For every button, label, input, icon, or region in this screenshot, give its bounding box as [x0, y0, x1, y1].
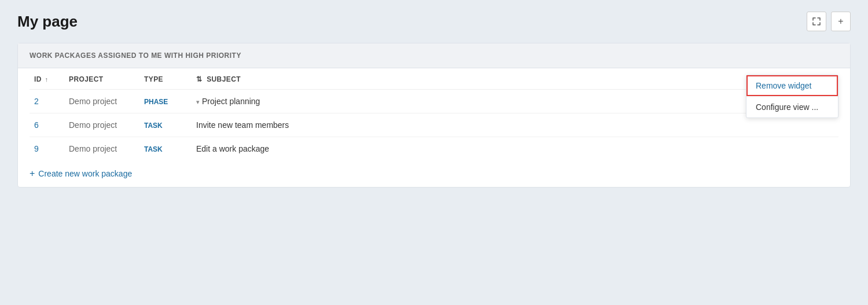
table-row: 6Demo projectTASKInvite new team members — [30, 113, 838, 137]
subject-text: Project planning — [202, 97, 260, 106]
page-header: My page + — [17, 12, 851, 31]
cell-type-badge: TASK — [144, 145, 163, 153]
create-plus-icon: + — [30, 168, 35, 179]
cell-project: Demo project — [64, 137, 139, 161]
cell-type: TASK — [139, 137, 192, 161]
cell-project: Demo project — [64, 90, 139, 113]
page-title: My page — [17, 13, 78, 31]
widget-title: WORK PACKAGES ASSIGNED TO ME WITH HIGH P… — [30, 52, 241, 60]
work-package-id-link[interactable]: 9 — [34, 144, 39, 153]
cell-id: 2 — [30, 90, 64, 113]
widget-card: WORK PACKAGES ASSIGNED TO ME WITH HIGH P… — [17, 43, 851, 188]
add-widget-button[interactable]: + — [831, 12, 851, 31]
cell-type-badge: TASK — [144, 122, 163, 130]
configure-view-button[interactable]: Configure view ... — [746, 96, 838, 117]
subject-sort-icon: ⇅ — [196, 75, 202, 83]
context-dropdown: Remove widget Configure view ... — [746, 75, 838, 118]
expand-button[interactable] — [807, 12, 826, 31]
work-packages-table: ID ↑ PROJECT TYPE ⇅ SUBJECT 2Demo projec… — [30, 68, 838, 160]
remove-widget-button[interactable]: Remove widget — [746, 75, 838, 96]
cell-id: 6 — [30, 113, 64, 137]
expand-icon — [812, 17, 821, 26]
col-header-subject[interactable]: ⇅ SUBJECT — [192, 68, 838, 90]
sort-id-icon: ↑ — [45, 76, 49, 83]
work-package-id-link[interactable]: 2 — [34, 97, 39, 106]
cell-subject: Invite new team members — [192, 113, 838, 137]
widget-header: WORK PACKAGES ASSIGNED TO ME WITH HIGH P… — [18, 43, 850, 68]
header-actions: + — [807, 12, 851, 31]
table-header-row: ID ↑ PROJECT TYPE ⇅ SUBJECT — [30, 68, 838, 90]
cell-type: TASK — [139, 113, 192, 137]
chevron-down-icon: ▾ — [196, 98, 200, 106]
subject-text: Edit a work package — [196, 144, 269, 153]
create-work-package-link[interactable]: + Create new work package — [18, 160, 850, 187]
col-header-project[interactable]: PROJECT — [64, 68, 139, 90]
work-package-id-link[interactable]: 6 — [34, 120, 39, 130]
cell-type: PHASE — [139, 90, 192, 113]
cell-subject: ▾Project planning — [192, 90, 838, 113]
create-label: Create new work package — [38, 169, 132, 178]
cell-subject: Edit a work package — [192, 137, 838, 161]
col-header-id[interactable]: ID ↑ — [30, 68, 64, 90]
cell-project: Demo project — [64, 113, 139, 137]
cell-id: 9 — [30, 137, 64, 161]
cell-type-badge: PHASE — [144, 98, 168, 106]
plus-icon: + — [838, 16, 843, 27]
col-header-type[interactable]: TYPE — [139, 68, 192, 90]
table-row: 2Demo projectPHASE▾Project planning — [30, 90, 838, 113]
subject-text: Invite new team members — [196, 120, 289, 130]
work-packages-table-container: ID ↑ PROJECT TYPE ⇅ SUBJECT 2Demo projec… — [18, 68, 850, 160]
table-row: 9Demo projectTASKEdit a work package — [30, 137, 838, 161]
